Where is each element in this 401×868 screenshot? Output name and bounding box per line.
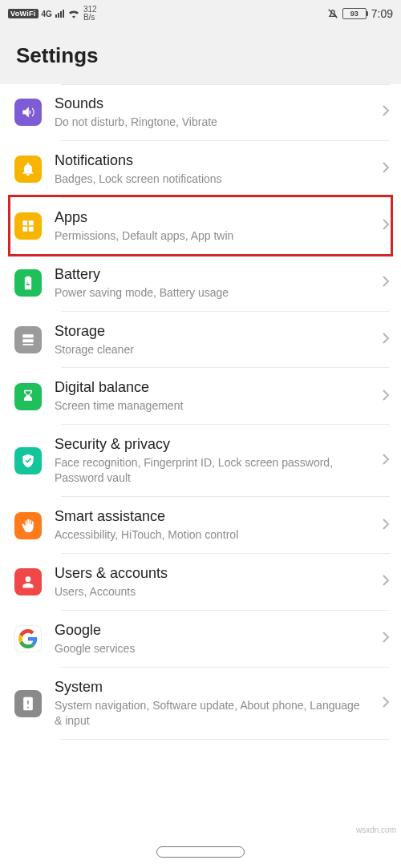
user-icon xyxy=(14,568,42,595)
settings-list[interactable]: SoundsDo not disturb, Ringtone, VibrateN… xyxy=(0,84,401,740)
battery-indicator: 93 xyxy=(342,8,367,19)
sounds-icon xyxy=(14,99,42,126)
chevron-right-icon xyxy=(382,218,390,234)
page-title: Settings xyxy=(16,43,385,68)
row-title: Smart assistance xyxy=(55,508,369,525)
chevron-right-icon xyxy=(382,453,390,469)
vowifi-badge: VoWiFi xyxy=(8,9,38,18)
settings-row-smart[interactable]: Smart assistanceAccessibility, HiTouch, … xyxy=(0,497,401,554)
settings-row-sounds[interactable]: SoundsDo not disturb, Ringtone, Vibrate xyxy=(0,84,401,141)
chevron-right-icon xyxy=(382,389,390,405)
chevron-right-icon xyxy=(382,696,390,712)
row-subtitle: Users, Accounts xyxy=(55,584,369,600)
row-subtitle: System navigation, Software update, Abou… xyxy=(55,698,369,729)
chevron-right-icon xyxy=(382,275,390,291)
settings-row-security[interactable]: Security & privacyFace recognition, Fing… xyxy=(0,425,401,497)
row-body: NotificationsBadges, Lock screen notific… xyxy=(55,152,369,187)
row-body: Digital balanceScreen time management xyxy=(55,379,369,414)
network-gen-label: 4G xyxy=(42,10,52,18)
row-title: Digital balance xyxy=(55,379,369,396)
row-body: StorageStorage cleaner xyxy=(55,323,369,357)
row-subtitle: Accessibility, HiTouch, Motion control xyxy=(55,527,369,543)
divider xyxy=(61,739,390,740)
row-subtitle: Storage cleaner xyxy=(55,342,369,357)
gesture-pill[interactable] xyxy=(156,846,245,858)
settings-row-users[interactable]: Users & accountsUsers, Accounts xyxy=(0,554,401,611)
status-bar: VoWiFi 4G 312 B/s 93 7:09 xyxy=(0,0,401,27)
watermark: wsxdn.com xyxy=(356,826,396,834)
row-subtitle: Permissions, Default apps, App twin xyxy=(55,228,369,244)
row-body: SoundsDo not disturb, Ringtone, Vibrate xyxy=(55,95,369,130)
row-title: Notifications xyxy=(55,152,369,169)
bell-icon xyxy=(14,155,42,183)
settings-row-system[interactable]: SystemSystem navigation, Software update… xyxy=(0,668,401,740)
row-title: Sounds xyxy=(55,95,369,112)
battery-percent: 93 xyxy=(342,8,367,19)
navigation-bar xyxy=(0,836,401,868)
row-subtitle: Power saving mode, Battery usage xyxy=(55,285,369,301)
row-body: Security & privacyFace recognition, Fing… xyxy=(55,436,369,486)
hourglass-icon xyxy=(14,383,42,410)
chevron-right-icon xyxy=(382,631,390,647)
chevron-right-icon xyxy=(382,161,390,177)
network-rate: 312 B/s xyxy=(83,6,97,22)
row-subtitle: Do not disturb, Ringtone, Vibrate xyxy=(55,115,369,130)
chevron-right-icon xyxy=(382,332,390,348)
hand-icon xyxy=(14,512,42,539)
battery-icon xyxy=(14,269,42,297)
system-icon xyxy=(14,690,42,717)
storage-icon xyxy=(14,326,42,353)
wifi-icon xyxy=(67,9,80,18)
settings-row-storage[interactable]: StorageStorage cleaner xyxy=(0,312,401,369)
chevron-right-icon xyxy=(382,574,390,590)
row-subtitle: Badges, Lock screen notifications xyxy=(55,172,369,187)
row-subtitle: Face recognition, Fingerprint ID, Lock s… xyxy=(55,455,369,486)
status-right: 93 7:09 xyxy=(326,7,393,20)
shield-icon xyxy=(14,447,42,474)
apps-icon xyxy=(14,212,42,240)
row-body: GoogleGoogle services xyxy=(55,622,369,656)
google-icon xyxy=(14,625,42,652)
mute-icon xyxy=(326,7,339,20)
chevron-right-icon xyxy=(382,518,390,534)
row-body: Smart assistanceAccessibility, HiTouch, … xyxy=(55,508,369,543)
row-body: SystemSystem navigation, Software update… xyxy=(55,679,369,729)
row-title: Storage xyxy=(55,323,369,340)
row-body: Users & accountsUsers, Accounts xyxy=(55,565,369,600)
settings-header: Settings xyxy=(0,27,401,84)
row-body: BatteryPower saving mode, Battery usage xyxy=(55,266,369,301)
row-title: Apps xyxy=(55,209,369,226)
row-body: AppsPermissions, Default apps, App twin xyxy=(55,209,369,244)
settings-row-google[interactable]: GoogleGoogle services xyxy=(0,611,401,668)
settings-row-apps[interactable]: AppsPermissions, Default apps, App twin xyxy=(0,198,401,255)
row-title: Google xyxy=(55,622,369,639)
chevron-right-icon xyxy=(382,104,390,120)
settings-row-digital[interactable]: Digital balanceScreen time management xyxy=(0,368,401,425)
row-title: Users & accounts xyxy=(55,565,369,582)
row-subtitle: Google services xyxy=(55,641,369,656)
network-rate-unit: B/s xyxy=(83,14,97,22)
settings-row-notifications[interactable]: NotificationsBadges, Lock screen notific… xyxy=(0,141,401,198)
status-left: VoWiFi 4G 312 B/s xyxy=(8,6,97,22)
settings-row-battery[interactable]: BatteryPower saving mode, Battery usage xyxy=(0,255,401,312)
row-title: Battery xyxy=(55,266,369,283)
row-title: Security & privacy xyxy=(55,436,369,453)
row-subtitle: Screen time management xyxy=(55,398,369,414)
signal-icon xyxy=(55,10,64,18)
clock: 7:09 xyxy=(371,7,393,20)
row-title: System xyxy=(55,679,369,696)
